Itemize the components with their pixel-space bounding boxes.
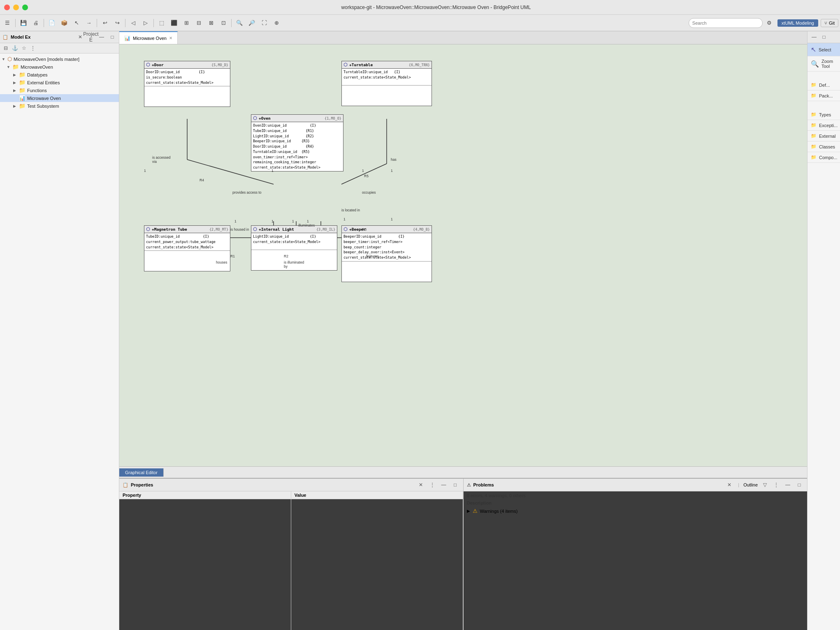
toolbar-split[interactable]: ⊟ xyxy=(193,17,204,29)
toolbar-merge[interactable]: ⊞ xyxy=(181,17,192,29)
tab-close-icon[interactable]: ✕ xyxy=(169,36,172,40)
turntable-attr-1: TurntableID:unique_id {I} xyxy=(343,69,430,75)
warnings-expand-arrow: ▶ xyxy=(467,509,470,513)
tree-root[interactable]: ▼ ⬡ MicrowaveOven [models master] xyxy=(0,55,119,63)
toolbar-forward[interactable]: ▷ xyxy=(140,17,151,29)
palette-excepti[interactable]: 📁 Excepti... xyxy=(808,120,840,131)
magnetron-attr-2: current_power_output:tube_wattage xyxy=(146,239,228,245)
project-explorer-title[interactable]: Project E xyxy=(87,33,95,41)
editor-tab-microwave[interactable]: 📊 Microwave Oven ✕ xyxy=(119,31,178,44)
oven-attr-4: BeeperID:unique_id {R3} xyxy=(253,139,341,144)
toolbar-print[interactable]: 🖨 xyxy=(30,17,42,29)
toolbar-undo[interactable]: ↩ xyxy=(99,17,111,29)
properties-close[interactable]: ✕ xyxy=(416,480,425,489)
properties-maximize[interactable]: □ xyxy=(451,480,460,489)
toolbar-zoom-sel[interactable]: ⊕ xyxy=(271,17,282,29)
turntable-attrs: TurntableID:unique_id {I} current_state:… xyxy=(342,69,432,85)
oven-attr-8: remaining_cooking_time:integer xyxy=(253,160,341,165)
uml-box-beeper[interactable]: ⬡ +Beeper {4,MO_B} BeeperID:unique_id {I… xyxy=(341,225,432,282)
palette-minimize[interactable]: — xyxy=(810,33,818,41)
palette-external[interactable]: 📁 External xyxy=(808,131,840,141)
tree-item-microwaveoven[interactable]: ▼ 📁 MicrowaveOven xyxy=(0,63,119,71)
toolbar-layout[interactable]: ⊡ xyxy=(218,17,229,29)
problems-filter[interactable]: ▽ xyxy=(760,480,769,489)
r2-mult-left: 1 xyxy=(292,219,294,223)
uml-box-door[interactable]: ⬡ +Door {5,MO_D} DoorID:unique_id {I} is… xyxy=(144,61,230,107)
problems-icon: ⚠ xyxy=(467,482,471,488)
pack-label: Pack... xyxy=(819,93,833,98)
oven-header: ⬡ +Oven {1,MO_O} xyxy=(251,115,343,122)
palette-maximize[interactable]: □ xyxy=(820,33,828,41)
tree-item-external-entities[interactable]: ▶ 📁 External Entities xyxy=(0,79,119,86)
tree-item-functions[interactable]: ▶ 📁 Functions xyxy=(0,86,119,94)
toolbar-zoom-in[interactable]: 🔍 xyxy=(234,17,245,29)
zoom-tool[interactable]: 🔍 Zoom Tool xyxy=(808,56,840,72)
oven-attr-5: DoorID:unique_id {R4} xyxy=(253,144,341,149)
toolbar-redo[interactable]: ↪ xyxy=(111,17,123,29)
properties-icon: 📋 xyxy=(123,482,128,488)
toolbar-save[interactable]: 💾 xyxy=(18,17,29,29)
close-button[interactable] xyxy=(4,5,10,10)
uml-box-turntable[interactable]: ⬡ +Turntable {6,MO_TRN} TurntableID:uniq… xyxy=(341,61,432,106)
problems-maximize[interactable]: □ xyxy=(795,480,804,489)
toolbar-zoom-out[interactable]: 🔎 xyxy=(246,17,258,29)
tree-collapse-all[interactable]: ⊟ xyxy=(2,44,10,52)
test-label: Test Subsystem xyxy=(27,104,59,109)
panel-maximize[interactable]: □ xyxy=(108,33,116,41)
graphical-editor-tab[interactable]: Graphical Editor xyxy=(119,468,164,477)
value-col: Value xyxy=(291,491,463,630)
toolbar-back[interactable]: ◁ xyxy=(128,17,139,29)
tree-filter[interactable]: ☆ xyxy=(20,44,28,52)
canvas-area[interactable]: ⬡ +Door {5,MO_D} DoorID:unique_id {I} is… xyxy=(119,44,807,466)
def-label: Def... xyxy=(819,83,830,88)
palette-types[interactable]: 📁 Types xyxy=(808,109,840,120)
main-toolbar: ☰ 💾 🖨 📄 📦 ↖ → ↩ ↪ ◁ ▷ ⬚ ⬛ ⊞ ⊟ ⊠ ⊡ 🔍 🔎 ⛶ … xyxy=(0,15,840,31)
uml-box-oven[interactable]: ⬡ +Oven {1,MO_O} OvenID:unique_id {I} Tu… xyxy=(251,114,343,171)
tree-item-microwave-oven[interactable]: 📊 Microwave Oven xyxy=(0,94,119,102)
datatypes-icon: 📁 xyxy=(19,72,26,78)
warnings-row[interactable]: ▶ ⚠ Warnings (4 items) xyxy=(464,506,808,516)
palette-compo[interactable]: 📁 Compo... xyxy=(808,152,840,163)
external-arrow: ▶ xyxy=(13,81,17,85)
minimize-button[interactable] xyxy=(13,5,19,10)
turntable-icon: ⬡ xyxy=(343,62,348,67)
select-tool[interactable]: ↖ Select xyxy=(808,43,840,56)
tree-item-datatypes[interactable]: ▶ 📁 Datatypes xyxy=(0,71,119,79)
compo-folder-icon: 📁 xyxy=(811,155,817,160)
toolbar-zoom-fit[interactable]: ⛶ xyxy=(258,17,270,29)
toolbar-arrow[interactable]: → xyxy=(83,17,95,29)
maximize-button[interactable] xyxy=(22,5,28,10)
toolbar-package[interactable]: 📦 xyxy=(58,17,70,29)
toolbar-cursor[interactable]: ↖ xyxy=(71,17,82,29)
search-input[interactable] xyxy=(689,18,763,28)
r5-mult-left: 1 xyxy=(391,169,393,173)
properties-minimize[interactable]: — xyxy=(439,480,448,489)
problems-minimize[interactable]: — xyxy=(783,480,792,489)
r3-label-left: is located in xyxy=(341,208,360,212)
toolbar-import[interactable]: ⬛ xyxy=(168,17,180,29)
uml-box-magnetron[interactable]: ⬡ +Magnetron Tube {2,MO_MT} TubeID:uniqu… xyxy=(144,225,230,271)
sep-5 xyxy=(153,19,154,27)
problems-close[interactable]: ✕ xyxy=(725,480,734,489)
toolbar-grid[interactable]: ⊠ xyxy=(205,17,217,29)
bottom-panels: 📋 Properties ✕ ⋮ — □ Property Value xyxy=(119,479,807,630)
light-title: +Internal Light xyxy=(259,227,294,232)
toolbar-btn-1[interactable]: ☰ xyxy=(2,17,13,29)
problems-menu[interactable]: ⋮ xyxy=(772,480,781,489)
palette-def[interactable]: 📁 Def... xyxy=(808,80,840,90)
toolbar-new[interactable]: 📄 xyxy=(46,17,58,29)
toolbar-export[interactable]: ⬚ xyxy=(156,17,167,29)
toolbar-prefs[interactable]: ⚙ xyxy=(763,17,775,29)
panel-minimize[interactable]: — xyxy=(97,33,106,41)
properties-menu-icon[interactable]: ⋮ xyxy=(428,480,437,489)
git-button[interactable]: ⑂ Git xyxy=(821,19,838,27)
beeper-id: {4,MO_B} xyxy=(413,227,430,232)
tree-item-test-subsystem[interactable]: ▶ 📁 Test Subsystem xyxy=(0,102,119,110)
r3-mult-left: 1 xyxy=(343,217,346,221)
palette-classes[interactable]: 📁 Classes xyxy=(808,141,840,152)
perspective-button[interactable]: xtUML Modeling xyxy=(777,19,818,27)
palette-pack[interactable]: 📁 Pack... xyxy=(808,90,840,101)
tree-toolbar: ⊟ ⚓ ☆ ⋮ xyxy=(0,43,119,53)
tree-link-editor[interactable]: ⚓ xyxy=(11,44,19,52)
tree-menu[interactable]: ⋮ xyxy=(29,44,37,52)
